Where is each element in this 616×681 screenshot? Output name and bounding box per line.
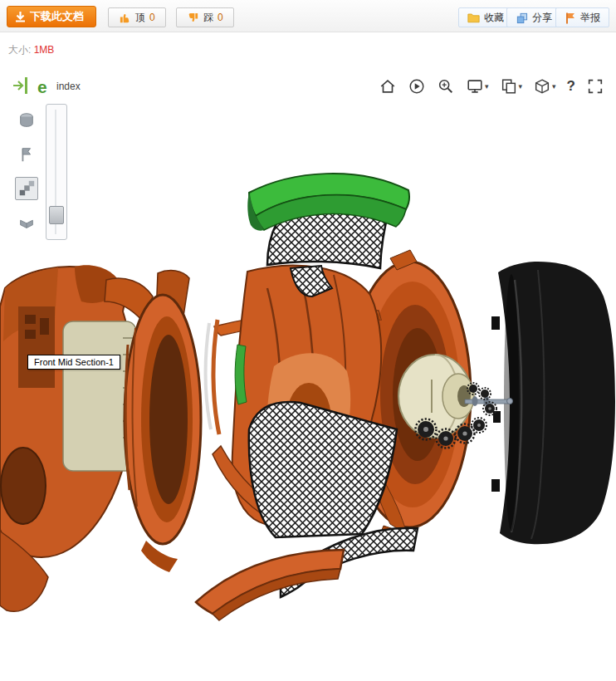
vote-down-count: 0: [218, 12, 223, 23]
thumb-up-icon: [119, 12, 131, 24]
move-part-icon: [17, 213, 36, 232]
favorite-label: 收藏: [484, 11, 504, 25]
share-icon: [516, 12, 528, 24]
page: 下载此文档 顶 0 踩 0 收藏 分享: [0, 0, 616, 681]
motor-part[interactable]: [398, 355, 513, 438]
file-size: 大小: 1MB: [8, 43, 54, 57]
vote-up-button[interactable]: 顶 0: [108, 7, 166, 27]
file-size-value: 1MB: [34, 44, 55, 56]
explode-slider[interactable]: [46, 104, 67, 240]
model-viewport[interactable]: [0, 71, 616, 681]
move-tool-button[interactable]: [15, 211, 38, 234]
edrawings-viewer: e index: [0, 71, 616, 681]
vote-down-button[interactable]: 踩 0: [176, 7, 234, 27]
viewer-side-tools: [15, 109, 40, 234]
vote-up-count: 0: [149, 12, 155, 23]
part-tooltip: Front Mid Section-1: [27, 355, 120, 370]
vote-up-label: 顶: [135, 11, 145, 25]
component-icon: [17, 111, 36, 130]
favorite-folder-icon: [467, 12, 480, 23]
share-button[interactable]: 分享: [506, 7, 561, 27]
download-icon: [15, 11, 26, 22]
explode-icon: [17, 179, 36, 198]
bottom-ring-part[interactable]: [196, 550, 344, 620]
file-size-label: 大小:: [8, 44, 31, 56]
report-flag-icon: [565, 12, 576, 24]
report-label: 举报: [580, 11, 600, 25]
download-label: 下载此文档: [30, 9, 84, 24]
report-button[interactable]: 举报: [555, 7, 609, 27]
vote-down-label: 踩: [203, 11, 213, 25]
share-label: 分享: [532, 11, 552, 25]
flag-marker-icon: [17, 145, 36, 164]
top-toolbar: 下载此文档 顶 0 踩 0 收藏 分享: [0, 0, 616, 32]
explode-tool-button[interactable]: [15, 177, 38, 200]
component-tool-button[interactable]: [15, 109, 38, 132]
markup-tool-button[interactable]: [15, 143, 38, 166]
explode-slider-thumb[interactable]: [49, 206, 64, 224]
rear-housing-part[interactable]: [0, 265, 201, 611]
thumb-down-icon: [187, 12, 199, 24]
favorite-button[interactable]: 收藏: [458, 7, 513, 27]
download-button[interactable]: 下载此文档: [7, 6, 96, 27]
